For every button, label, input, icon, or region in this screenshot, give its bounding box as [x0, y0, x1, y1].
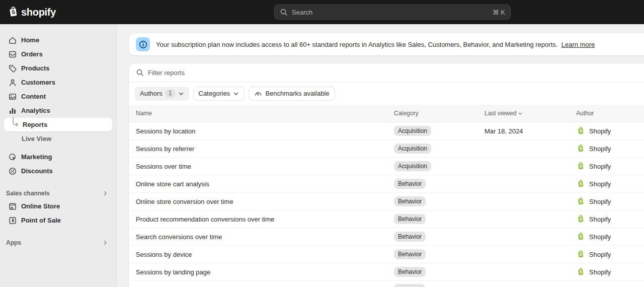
customers-icon: [8, 78, 17, 87]
sidebar-item-orders[interactable]: Orders: [4, 47, 112, 61]
table-row[interactable]: Sessions by location Acquisition Mar 18,…: [129, 122, 644, 140]
sidebar-item-products[interactable]: Products: [4, 61, 112, 75]
sidebar-item-label: Analytics: [21, 107, 50, 114]
sidebar-item-label: Marketing: [21, 153, 52, 161]
sidebar-item-point-of-sale[interactable]: Point of Sale: [4, 213, 112, 227]
sidebar-item-analytics[interactable]: Analytics: [4, 104, 112, 117]
reports-card: Authors 1 Categories Benchmarks availabl…: [129, 63, 644, 287]
categories-filter-chip[interactable]: Categories: [193, 87, 245, 101]
sidebar-item-reports[interactable]: Reports: [4, 118, 112, 131]
author-cell: S Shopify: [576, 126, 644, 135]
author-name: Shopify: [589, 127, 611, 135]
storefront-icon: [8, 202, 17, 211]
col-header-label: Last viewed: [485, 110, 516, 117]
marketing-icon: [8, 153, 17, 162]
table-row[interactable]: Search conversions over time Behavior S …: [129, 228, 644, 246]
shopify-bag-icon: S: [576, 144, 585, 153]
table-row[interactable]: S: [129, 281, 644, 287]
sidebar-item-home[interactable]: Home: [4, 33, 112, 47]
orders-icon: [8, 50, 17, 59]
col-header-last-viewed[interactable]: Last viewed: [485, 110, 576, 117]
search-input[interactable]: [292, 9, 489, 16]
report-name: Search conversions over time: [129, 233, 394, 241]
sidebar-item-online-store[interactable]: Online Store: [4, 199, 112, 213]
learn-more-link[interactable]: Learn more: [561, 41, 595, 48]
authors-filter-chip[interactable]: Authors 1: [135, 87, 189, 101]
author-name: Shopify: [589, 198, 611, 205]
sidebar-item-label: Home: [21, 36, 39, 44]
sidebar-item-label: Live View: [22, 135, 51, 142]
category-badge: [394, 284, 425, 287]
filter-reports-bar: [129, 63, 644, 82]
author-name: Shopify: [589, 216, 611, 223]
sort-descending-icon: [518, 111, 523, 116]
benchmarks-filter-chip[interactable]: Benchmarks available: [249, 87, 335, 101]
table-row[interactable]: Sessions by device Behavior S Shopify: [129, 246, 644, 263]
table-row[interactable]: Sessions by landing page Behavior S Shop…: [129, 263, 644, 281]
chip-label: Benchmarks available: [265, 90, 329, 97]
sidebar-section-sales-channels[interactable]: Sales channels: [4, 187, 112, 199]
author-name: Shopify: [589, 163, 611, 170]
report-name: Sessions by referrer: [129, 145, 394, 153]
col-header-name[interactable]: Name: [129, 110, 394, 117]
main-content: Your subscription plan now includes acce…: [117, 24, 644, 287]
author-cell: S Shopify: [576, 214, 644, 224]
filter-reports-input[interactable]: [148, 69, 644, 77]
report-name: Sessions by location: [129, 127, 394, 135]
col-header-category[interactable]: Category: [394, 110, 485, 117]
chevron-right-icon: [102, 190, 108, 196]
sidebar-item-label: Reports: [23, 121, 47, 128]
sidebar-item-label: Content: [21, 93, 46, 100]
chevron-right-icon: [102, 240, 108, 246]
col-header-author[interactable]: Author: [576, 110, 644, 117]
author-name: Shopify: [589, 268, 611, 276]
svg-text:S: S: [11, 9, 16, 15]
discount-icon: [8, 167, 17, 176]
sidebar-item-marketing[interactable]: Marketing: [4, 150, 112, 164]
table-row[interactable]: Sessions over time Acquisition S Shopify: [129, 158, 644, 175]
category-badge: Behavior: [394, 249, 426, 259]
corner-arrow-icon: [12, 117, 19, 128]
sidebar-item-discounts[interactable]: Discounts: [4, 164, 112, 178]
author-cell: S Shopify: [576, 197, 644, 206]
filter-chips-row: Authors 1 Categories Benchmarks availabl…: [129, 82, 644, 105]
author-cell: S Shopify: [576, 267, 644, 276]
category-badge: Behavior: [394, 232, 426, 242]
content-icon: [8, 92, 17, 101]
author-cell: S Shopify: [576, 144, 644, 153]
sidebar-item-label: Products: [21, 64, 49, 72]
shopify-bag-icon: S: [576, 179, 585, 188]
chip-label: Authors: [140, 90, 163, 97]
analytics-icon: [8, 106, 17, 115]
table-row[interactable]: Product recommendation conversions over …: [129, 210, 644, 228]
subscription-banner: Your subscription plan now includes acce…: [129, 33, 644, 55]
gauge-icon: [254, 90, 262, 98]
table-row[interactable]: Online store conversion over time Behavi…: [129, 193, 644, 210]
chevron-down-icon: [233, 91, 239, 97]
shopify-bag-icon: S: [576, 232, 585, 241]
shopify-bag-icon: S: [576, 250, 585, 259]
section-header-label: Apps: [6, 239, 21, 246]
global-search[interactable]: ⌘ K: [274, 5, 511, 20]
sidebar-item-live-view[interactable]: Live View: [4, 132, 112, 146]
sidebar-section-apps[interactable]: Apps: [4, 237, 112, 249]
category-badge: Behavior: [394, 214, 426, 224]
author-cell: S Shopify: [576, 179, 644, 188]
sidebar-item-content[interactable]: Content: [4, 90, 112, 103]
shopify-bag-icon: S: [576, 126, 585, 135]
last-viewed-date: Mar 18, 2024: [485, 127, 576, 135]
table-row[interactable]: Sessions by referrer Acquisition S Shopi…: [129, 140, 644, 158]
report-name: Online store cart analysis: [129, 180, 394, 188]
sidebar-item-label: Point of Sale: [21, 217, 61, 224]
search-icon: [136, 68, 144, 77]
shopify-logo[interactable]: S shopify: [0, 6, 56, 18]
category-badge: Behavior: [394, 267, 426, 277]
author-cell: S Shopify: [576, 232, 644, 241]
author-name: Shopify: [589, 251, 611, 258]
category-badge: Acquisition: [394, 144, 431, 154]
shopify-wordmark: shopify: [21, 7, 56, 18]
table-row[interactable]: Online store cart analysis Behavior S Sh…: [129, 175, 644, 193]
sidebar-item-customers[interactable]: Customers: [4, 76, 112, 89]
table-header-row: Name Category Last viewed Author: [129, 105, 644, 122]
report-name: Product recommendation conversions over …: [129, 216, 394, 223]
